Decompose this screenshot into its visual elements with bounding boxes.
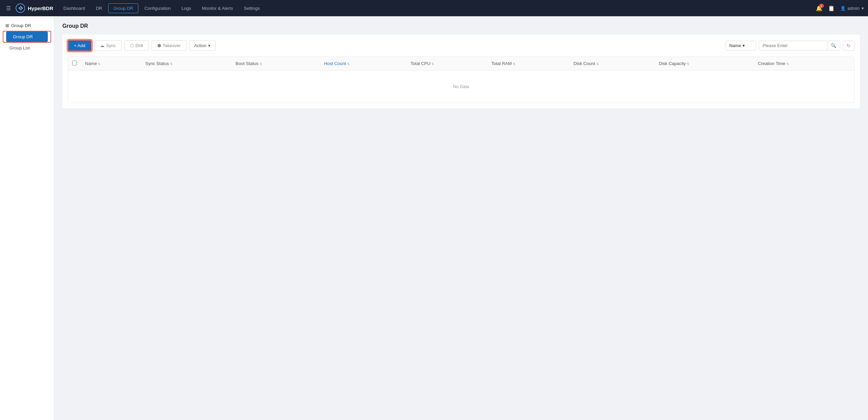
nav-monitor-alerts[interactable]: Monitor & Alerts [197,4,238,13]
header-total-cpu[interactable]: Total CPU [407,57,488,70]
no-data-cell: No Data [68,70,854,103]
search-input-wrap: 🔍 [759,41,840,50]
header-boot-status[interactable]: Boot Status [232,57,320,70]
drill-label: Drill [136,43,143,48]
main-layout: ⊞ Group DR Group DR Group List Group DR … [0,16,868,420]
nav-dashboard[interactable]: Dashboard [59,4,90,13]
username-label: admin [848,6,860,11]
search-select-arrow: ▾ [743,43,745,48]
nav-configuration[interactable]: Configuration [140,4,175,13]
sidebar-group-label: ⊞ Group DR [0,20,54,31]
add-button[interactable]: + Add [68,40,92,51]
takeover-button[interactable]: ⬢ Takeover [152,40,186,51]
header-creation-time[interactable]: Creation Time [754,57,854,70]
table-header: Name Sync Status Boot Status Host Count … [68,57,854,70]
header-total-ram[interactable]: Total RAM [487,57,569,70]
takeover-label: Takeover [163,43,181,48]
hamburger-button[interactable]: ☰ [4,3,13,14]
search-select[interactable]: Name ▾ [726,41,756,50]
drill-icon: ⬡ [130,43,134,48]
action-button[interactable]: Action ▾ [189,40,216,51]
content-card: + Add ☁ Sync ⬡ Drill ⬢ Takeover Action ▾ [62,35,860,108]
sync-button[interactable]: ☁ Sync [94,40,122,51]
sidebar-item-group-dr[interactable]: Group DR [6,31,48,42]
header-row: Name Sync Status Boot Status Host Count … [68,57,854,70]
sync-icon: ☁ [100,43,104,48]
header-disk-capacity[interactable]: Disk Capacity [655,57,754,70]
nav-logs[interactable]: Logs [177,4,196,13]
search-button[interactable]: 🔍 [827,41,840,50]
nav-settings[interactable]: Settings [239,4,264,13]
header-disk-count[interactable]: Disk Count [570,57,655,70]
data-table: Name Sync Status Boot Status Host Count … [68,57,854,103]
sidebar-group-title: Group DR [11,23,31,28]
brand-name: HyperBDR [28,5,53,11]
main-content: Group DR + Add ☁ Sync ⬡ Drill ⬢ Takeover [54,16,868,420]
notification-button[interactable]: 🔔 1 [816,5,823,12]
user-dropdown-icon: ▾ [862,6,864,11]
brand-icon [16,3,25,13]
sidebar-item-group-list[interactable]: Group List [0,43,54,53]
no-data-row: No Data [68,70,854,103]
refresh-button[interactable]: ↻ [843,41,854,51]
search-input[interactable] [759,41,827,50]
notification-badge: 1 [819,4,824,8]
top-navigation: ☰ HyperBDR Dashboard DR Group DR Configu… [0,0,868,16]
help-button[interactable]: 📋 [828,5,835,12]
header-sync-status[interactable]: Sync Status [141,57,232,70]
sidebar: ⊞ Group DR Group DR Group List [0,16,54,420]
brand-logo: HyperBDR [16,3,53,13]
toolbar: + Add ☁ Sync ⬡ Drill ⬢ Takeover Action ▾ [68,40,854,51]
header-checkbox-col [68,57,81,70]
sidebar-group-icon: ⊞ [5,23,9,28]
nav-dr[interactable]: DR [91,4,107,13]
sync-label: Sync [106,43,116,48]
nav-group-dr[interactable]: Group DR [108,3,138,13]
search-area: Name ▾ 🔍 ↻ [726,41,854,51]
table-body: No Data [68,70,854,103]
nav-right-area: 🔔 1 📋 👤 admin ▾ [816,5,864,12]
action-label: Action [194,43,206,48]
table: Name Sync Status Boot Status Host Count … [68,57,854,103]
page-title: Group DR [62,23,860,29]
user-icon: 👤 [840,6,846,11]
sidebar-annotation-box: Group DR [3,31,51,43]
search-by-label: Name [729,43,741,48]
takeover-icon: ⬢ [157,43,161,48]
header-name[interactable]: Name [81,57,141,70]
select-all-checkbox[interactable] [72,61,77,65]
drill-button[interactable]: ⬡ Drill [124,40,149,51]
user-menu[interactable]: 👤 admin ▾ [840,6,864,11]
header-host-count[interactable]: Host Count [320,57,407,70]
action-dropdown-icon: ▾ [208,43,211,48]
